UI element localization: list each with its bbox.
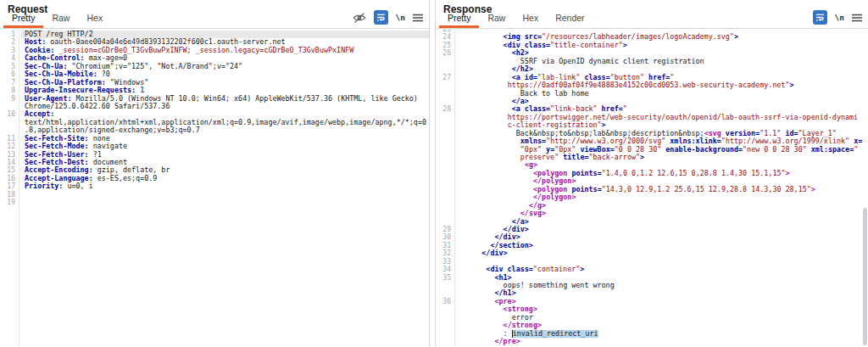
code-line[interactable]: 15Accept-Encoding: gzip, deflate, br bbox=[0, 166, 429, 174]
response-scrollbar-thumb[interactable] bbox=[863, 208, 867, 345]
code-line[interactable]: Back&nbsp;to&nbsp;lab&nbsp;description&n… bbox=[436, 130, 868, 137]
code-line[interactable]: SSRF via OpenID dynamic client registrat… bbox=[436, 58, 868, 65]
code-line[interactable]: 14Sec-Fetch-Dest: document bbox=[0, 159, 429, 166]
editor-menu-icon[interactable] bbox=[413, 14, 423, 22]
code-line[interactable]: https://0adf00af04f9e48883e4152c00cd0053… bbox=[436, 81, 868, 89]
tab-pretty[interactable]: Pretty bbox=[439, 13, 479, 28]
code-line[interactable]: 29</div> bbox=[436, 226, 868, 233]
code-line[interactable]: 7Sec-Ch-Ua-Platform: "Windows" bbox=[0, 79, 429, 87]
tab-pretty[interactable]: Pretty bbox=[3, 13, 43, 28]
code-token: </h1> bbox=[494, 289, 515, 297]
code-line[interactable]: </a> bbox=[436, 98, 868, 105]
code-line[interactable]: 25<div class="title-container"> bbox=[436, 42, 868, 49]
code-line[interactable]: Back to lab home bbox=[436, 90, 868, 98]
code-line[interactable]: 3Cookie: _session=cGDrBeO_T3GvBuwPxINFW;… bbox=[0, 47, 429, 54]
code-line[interactable]: 16Accept-Language: es-ES,es;q=0.9 bbox=[0, 175, 429, 182]
code-token: "Chromium";v="125", "Not.A/Brand";v="24" bbox=[67, 63, 242, 70]
code-line[interactable]: 10Accept: bbox=[0, 110, 429, 118]
editor-menu-icon[interactable] bbox=[852, 14, 862, 22]
word-wrap-toggle-icon[interactable] bbox=[813, 10, 827, 25]
code-line[interactable]: </h2> bbox=[436, 65, 868, 73]
code-line[interactable]: 5Sec-Ch-Ua: "Chromium";v="125", "Not.A/B… bbox=[0, 63, 429, 70]
code-line[interactable]: oops! something went wrong bbox=[436, 282, 868, 289]
code-token: Sec-Ch-Ua-Mobile: bbox=[25, 70, 97, 78]
code-token: xmlns:xlink= bbox=[665, 137, 721, 145]
code-line[interactable]: </pre> bbox=[436, 338, 868, 345]
code-line[interactable]: </a> bbox=[436, 218, 868, 226]
code-token: <div class= bbox=[504, 42, 550, 49]
line-number bbox=[436, 322, 457, 329]
code-line[interactable]: 9User-Agent: Mozilla/5.0 (Windows NT 10.… bbox=[0, 95, 429, 103]
code-line[interactable]: <strong> bbox=[436, 305, 868, 313]
code-line[interactable]: error bbox=[436, 314, 868, 322]
line-number bbox=[436, 90, 457, 98]
code-line[interactable]: c-client-registration"> bbox=[436, 121, 868, 129]
show-newlines-icon[interactable]: \n bbox=[835, 13, 844, 22]
code-line[interactable]: </polygon> bbox=[436, 177, 868, 185]
code-line[interactable]: preserve" title="back-arrow"> bbox=[436, 154, 868, 161]
code-line[interactable]: : invalid_redirect_uri bbox=[436, 330, 868, 338]
code-line[interactable]: 30</div> bbox=[436, 233, 868, 241]
hide-eye-icon[interactable] bbox=[353, 12, 366, 24]
code-line[interactable]: 1POST /reg HTTP/2 bbox=[0, 31, 429, 38]
code-line[interactable]: <g> bbox=[436, 161, 868, 169]
code-line[interactable]: https://portswigger.net/web-security/oau… bbox=[436, 114, 868, 121]
word-wrap-toggle-icon[interactable] bbox=[374, 10, 388, 25]
code-line[interactable]: 28<a class="link-back" href=" bbox=[436, 105, 868, 113]
tab-hex[interactable]: Hex bbox=[514, 13, 547, 28]
request-editor[interactable]: 1POST /reg HTTP/22Host: oauth-0aee004a04… bbox=[0, 29, 429, 346]
tab-raw[interactable]: Raw bbox=[479, 13, 514, 28]
code-line[interactable]: 17Priority: u=0, i bbox=[0, 182, 429, 190]
code-line[interactable]: 36<pre> bbox=[436, 298, 868, 305]
code-token: ?1 bbox=[89, 151, 102, 159]
line-number: 6 bbox=[0, 70, 21, 78]
code-line[interactable]: 34<div class="container"> bbox=[436, 266, 868, 273]
code-token: version= bbox=[726, 130, 760, 137]
code-line[interactable]: <polygon points="1.4,0 0,1.2 12.6,15 0,2… bbox=[436, 170, 868, 177]
code-line[interactable]: 12Sec-Fetch-Mode: navigate bbox=[0, 143, 429, 150]
code-token: y= bbox=[542, 146, 554, 154]
code-line[interactable]: </g> bbox=[436, 202, 868, 210]
code-line[interactable]: "0px" y="0px" viewBox="0 0 28 30" enable… bbox=[436, 146, 868, 154]
tab-raw[interactable]: Raw bbox=[43, 13, 78, 28]
line-number bbox=[436, 137, 457, 145]
code-line[interactable]: text/html,application/xhtml+xml,applicat… bbox=[0, 119, 429, 126]
code-line[interactable]: 13Sec-Fetch-User: ?1 bbox=[0, 151, 429, 159]
code-token: none bbox=[89, 135, 110, 143]
tab-hex[interactable]: Hex bbox=[78, 13, 111, 28]
code-token: document bbox=[89, 159, 127, 166]
code-line[interactable]: 33 bbox=[436, 258, 868, 266]
code-line[interactable]: 4Cache-Control: max-age=0 bbox=[0, 54, 429, 62]
code-token: "title-container" bbox=[550, 42, 623, 49]
code-token: User-Agent: bbox=[25, 95, 71, 103]
code-line[interactable]: Chrome/125.0.6422.60 Safari/537.36 bbox=[0, 103, 429, 110]
code-line[interactable]: 19 bbox=[0, 199, 429, 206]
line-number bbox=[436, 58, 457, 65]
show-newlines-icon[interactable]: \n bbox=[396, 13, 405, 22]
code-line[interactable]: </svg> bbox=[436, 210, 868, 217]
code-line[interactable]: 11Sec-Fetch-Site: none bbox=[0, 135, 429, 143]
code-line[interactable]: 2Host: oauth-0aee004a04e6e49d8393132202f… bbox=[0, 38, 429, 46]
code-line[interactable]: </polygon> bbox=[436, 193, 868, 201]
code-line[interactable]: </strong> bbox=[436, 322, 868, 329]
response-editor[interactable]: 2324<img src="/resources/labheader/image… bbox=[436, 29, 868, 346]
code-line[interactable]: xmlns="http://www.w3.org/2000/svg" xmlns… bbox=[436, 137, 868, 145]
tab-render[interactable]: Render bbox=[547, 13, 593, 28]
line-number bbox=[436, 170, 457, 177]
code-line[interactable]: .8,application/signed-exchange;v=b3;q=0.… bbox=[0, 126, 429, 134]
code-line[interactable]: 24<img src="/resources/labheader/images/… bbox=[436, 33, 868, 41]
code-line[interactable]: 31</section> bbox=[436, 242, 868, 249]
code-line[interactable]: 18 bbox=[0, 191, 429, 199]
code-line[interactable]: </h1> bbox=[436, 289, 868, 297]
code-line[interactable]: 26<h2> bbox=[436, 49, 868, 57]
code-line[interactable]: <polygon points="14.3,0 12.9,1.2 25.6,15… bbox=[436, 186, 868, 193]
code-line[interactable]: 8Upgrade-Insecure-Requests: 1 bbox=[0, 87, 429, 94]
code-line[interactable]: 35<h1> bbox=[436, 274, 868, 282]
code-token: <a class= bbox=[512, 105, 550, 113]
code-line[interactable]: 32</div> bbox=[436, 249, 868, 257]
code-token: x= bbox=[849, 137, 862, 145]
code-line[interactable]: 6Sec-Ch-Ua-Mobile: ?0 bbox=[0, 70, 429, 78]
code-token: https://0adf00af04f9e48883e4152c00cd0053… bbox=[508, 81, 790, 89]
code-line[interactable]: 27<a id="lab-link" class="button" href=" bbox=[436, 74, 868, 81]
line-number bbox=[436, 121, 457, 129]
